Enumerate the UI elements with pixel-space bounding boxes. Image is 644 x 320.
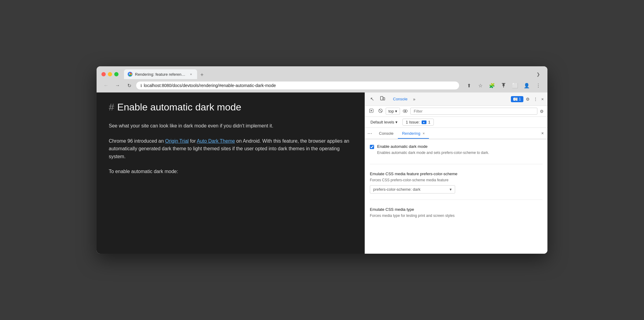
back-button[interactable]: ← xyxy=(101,81,111,90)
tab-close-button[interactable]: × xyxy=(189,72,193,77)
play-icon xyxy=(369,109,373,114)
console-tab-label: Console xyxy=(393,97,408,101)
origin-trial-link[interactable]: Origin Trial xyxy=(165,138,189,144)
more-tabs-button[interactable]: » xyxy=(412,96,417,103)
heading-hash: # xyxy=(109,102,114,113)
block-button[interactable] xyxy=(377,107,384,115)
share-button[interactable]: ⬆ xyxy=(465,81,473,90)
paragraph-2-before: Chrome 96 introduced an xyxy=(109,138,165,144)
split-screen-button[interactable]: ⬜ xyxy=(511,81,519,90)
url-text: localhost:8080/docs/devtools/rendering/#… xyxy=(144,83,276,88)
refresh-button[interactable]: ↻ xyxy=(125,81,134,90)
profile-button[interactable]: 👤 xyxy=(522,81,531,90)
extensions-button[interactable]: 🧩 xyxy=(488,81,496,90)
menu-button[interactable]: ⋮ xyxy=(534,81,543,90)
more-tabs-icon: » xyxy=(413,97,416,102)
menu-dots-icon: ⋮ xyxy=(536,83,541,89)
svg-rect-3 xyxy=(503,84,504,86)
svg-text:💬: 💬 xyxy=(515,98,518,101)
media-type-title: Emulate CSS media type xyxy=(370,207,543,212)
default-levels-button[interactable]: Default levels ▾ xyxy=(369,119,399,125)
inspect-element-button[interactable]: ↖ xyxy=(367,95,377,104)
back-icon: ← xyxy=(104,83,108,88)
tab-title: Rendering: feature reference - xyxy=(135,72,186,77)
console-sub-tab-label: Console xyxy=(379,131,394,136)
context-arrow-icon: ▾ xyxy=(395,109,397,113)
console-sub-tab[interactable]: Console xyxy=(375,129,398,139)
dark-mode-option-desc: Enables automatic dark mode and sets pre… xyxy=(377,150,489,155)
console-toolbar: top ▾ ⚙ xyxy=(365,106,547,117)
sub-panel-close-icon: × xyxy=(541,131,544,136)
paragraph-2-between: for xyxy=(189,138,197,144)
console-gear-icon: ⚙ xyxy=(540,109,544,114)
color-scheme-dropdown[interactable]: prefers-color-scheme: dark ▾ xyxy=(370,185,455,193)
close-traffic-light[interactable] xyxy=(101,72,106,76)
main-content: # Enable automatic dark mode See what yo… xyxy=(97,92,547,254)
svg-marker-10 xyxy=(371,110,372,112)
devtools-tabs: Console » xyxy=(389,95,510,103)
sub-tabs-panel-close-button[interactable]: × xyxy=(540,130,545,137)
console-settings-button[interactable]: ⚙ xyxy=(539,108,545,115)
eye-button[interactable] xyxy=(401,107,409,115)
new-tab-button[interactable]: + xyxy=(198,71,206,79)
security-info-icon[interactable]: ℹ xyxy=(140,83,142,88)
minimize-traffic-light[interactable] xyxy=(108,72,112,76)
tab-bar: Rendering: feature reference - × + xyxy=(124,69,531,79)
dark-mode-option: Enable automatic dark mode Enables autom… xyxy=(377,144,489,155)
page-title: Enable automatic dark mode xyxy=(117,102,241,113)
device-toggle-button[interactable] xyxy=(378,95,387,104)
svg-rect-2 xyxy=(502,83,505,84)
address-bar-input[interactable]: ℹ localhost:8080/docs/devtools/rendering… xyxy=(136,82,459,89)
paragraph-3: To enable automatic dark mode: xyxy=(109,168,352,176)
devtools-close-button[interactable]: × xyxy=(540,96,545,103)
filter-input[interactable] xyxy=(410,108,537,115)
svg-rect-5 xyxy=(380,96,383,100)
sub-tab-more-button[interactable]: ⋯ xyxy=(367,130,372,136)
console-tab[interactable]: Console xyxy=(389,95,411,103)
address-bar: ← → ↻ ℹ localhost:8080/docs/devtools/ren… xyxy=(97,79,547,92)
paragraph-1: See what your site can look like in dark… xyxy=(109,122,352,130)
page-content: # Enable automatic dark mode See what yo… xyxy=(97,92,365,254)
tab-list-button[interactable]: ❯ xyxy=(534,70,543,78)
issues-button[interactable]: 1 Issue: ■ 1 xyxy=(402,119,434,126)
chrome-favicon-icon xyxy=(128,72,133,77)
tab-bar-right: ❯ xyxy=(534,70,543,78)
auto-dark-theme-link[interactable]: Auto Dark Theme xyxy=(197,138,235,144)
svg-rect-4 xyxy=(503,86,504,88)
sub-tabs-bar: ⋯ Console Rendering × × xyxy=(365,128,547,139)
active-tab[interactable]: Rendering: feature reference - × xyxy=(124,69,197,79)
inspect-icon: ↖ xyxy=(370,96,374,102)
dark-mode-checkbox[interactable] xyxy=(370,145,374,149)
share-icon: ⬆ xyxy=(467,83,471,89)
device-icon xyxy=(380,96,385,103)
dark-mode-section: Enable automatic dark mode Enables autom… xyxy=(370,144,543,164)
devtools-main-toolbar: ↖ Console » 💬 1 xyxy=(365,92,547,106)
devtools-more-button[interactable]: ⋮ xyxy=(532,96,539,103)
dark-mode-option-title: Enable automatic dark mode xyxy=(377,144,489,149)
maximize-traffic-light[interactable] xyxy=(114,72,119,76)
devtools-settings-button[interactable]: ⚙ xyxy=(525,96,531,103)
eye-icon xyxy=(403,109,408,114)
forward-icon: → xyxy=(115,83,120,88)
svg-line-12 xyxy=(379,110,382,112)
play-button[interactable] xyxy=(367,107,375,115)
title-bar: Rendering: feature reference - × + ❯ xyxy=(97,66,547,79)
profile-extension-button[interactable] xyxy=(499,81,508,90)
levels-bar: Default levels ▾ 1 Issue: ■ 1 xyxy=(365,117,547,128)
svg-point-14 xyxy=(405,110,406,112)
rendering-tab-close-button[interactable]: × xyxy=(423,131,425,136)
bookmark-button[interactable]: ☆ xyxy=(476,81,485,90)
issue-text: 1 Issue: xyxy=(406,120,420,124)
puzzle-icon: 🧩 xyxy=(489,83,495,89)
forward-button[interactable]: → xyxy=(113,81,122,90)
dark-mode-checkbox-row: Enable automatic dark mode Enables autom… xyxy=(370,144,543,155)
color-scheme-arrow-icon: ▾ xyxy=(450,187,452,192)
levels-arrow-icon: ▾ xyxy=(395,120,398,124)
rendering-sub-tab[interactable]: Rendering × xyxy=(398,129,429,139)
address-right-icons: ⬆ ☆ 🧩 ⬜ 👤 ⋮ xyxy=(465,81,543,90)
split-screen-icon: ⬜ xyxy=(512,83,518,89)
media-type-section: Emulate CSS media type Forces media type… xyxy=(370,207,543,224)
issues-badge[interactable]: 💬 1 xyxy=(511,96,523,102)
rendering-sub-tab-label: Rendering xyxy=(402,131,420,136)
context-selector[interactable]: top ▾ xyxy=(386,108,400,115)
